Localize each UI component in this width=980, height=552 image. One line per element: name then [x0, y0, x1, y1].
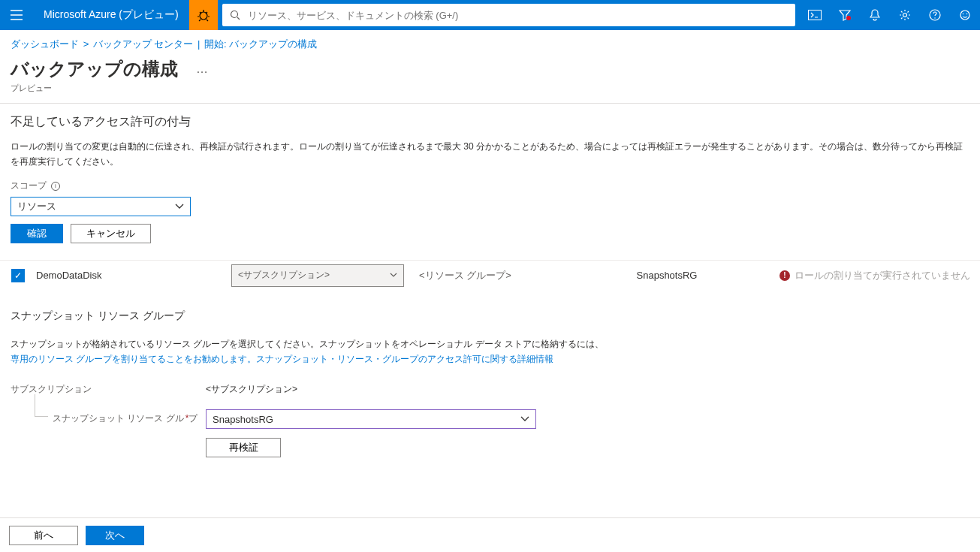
required-icon: *	[185, 413, 189, 424]
search-box[interactable]	[222, 4, 795, 26]
search-icon	[222, 10, 248, 20]
scope-label: スコープ i	[11, 179, 969, 192]
subscription-label: サブスクリプション	[11, 380, 206, 396]
subscription-row: サブスクリプション <サブスクリプション>	[11, 380, 969, 396]
page-subtitle: プレビュー	[0, 83, 980, 103]
chevron-down-icon	[520, 416, 529, 422]
snapshot-desc-link[interactable]: 専用のリソース グループを割り当てることをお勧めします。スナップショット・リソー…	[11, 354, 553, 364]
row-checkbox-cell: ✓	[0, 269, 36, 282]
topbar: Microsoft Azure (プレビュー)	[0, 0, 980, 30]
row-subscription-select[interactable]: <サブスクリプション>	[231, 264, 404, 287]
resource-table: ✓ DemoDataDisk <サブスクリプション> <リソース グループ> S…	[0, 260, 980, 290]
scope-select[interactable]: リソース	[11, 197, 191, 216]
top-icons	[800, 0, 980, 30]
snapshot-rg-label-text: スナップショット リソース グル	[53, 413, 184, 424]
row-name: DemoDataDisk	[36, 270, 231, 281]
breadcrumb-sep: >	[83, 38, 89, 50]
snapshot-section: スナップショット リソース グループ スナップショットが格納されているリソース …	[0, 290, 980, 457]
breadcrumb-backup-center[interactable]: バックアップ センター	[93, 38, 194, 50]
perm-button-row: 確認 キャンセル	[11, 224, 969, 243]
info-icon[interactable]: i	[51, 182, 60, 191]
breadcrumb-sep: |	[198, 38, 200, 50]
notifications-icon[interactable]	[860, 0, 890, 30]
filter-icon[interactable]	[830, 0, 860, 30]
snapshot-rg-field: SnapshotsRG 再検証	[206, 409, 536, 457]
row-subscription-value: <サブスクリプション>	[238, 269, 330, 282]
row-status: ! ロールの割り当てが実行されていません	[779, 269, 970, 282]
chevron-down-icon	[390, 273, 397, 278]
scope-label-text: スコープ	[11, 179, 47, 192]
permissions-heading: 不足しているアクセス許可の付与	[11, 114, 969, 130]
permissions-body: ロールの割り当ての変更は自動的に伝達され、再検証が試行されます。ロールの割り当て…	[11, 139, 969, 169]
revalidate-button[interactable]: 再検証	[206, 438, 281, 457]
tree-line-icon	[35, 394, 48, 417]
snapshot-rg-value: SnapshotsRG	[213, 414, 273, 425]
row-subscription-cell: <サブスクリプション>	[231, 264, 419, 287]
svg-point-7	[960, 11, 969, 20]
title-more-icon[interactable]: …	[196, 62, 210, 76]
scope-value: リソース	[17, 200, 56, 213]
snapshot-heading: スナップショット リソース グループ	[11, 309, 969, 323]
cloud-shell-icon[interactable]	[800, 0, 830, 30]
svg-rect-2	[809, 11, 822, 20]
snapshot-rg-label: スナップショット リソース グル*プ	[11, 409, 206, 457]
table-row: ✓ DemoDataDisk <サブスクリプション> <リソース グループ> S…	[0, 260, 980, 290]
svg-point-3	[846, 16, 851, 20]
svg-point-9	[966, 14, 968, 15]
svg-point-8	[963, 14, 964, 15]
next-button[interactable]: 次へ	[86, 526, 144, 545]
cancel-button[interactable]: キャンセル	[71, 224, 151, 243]
help-icon[interactable]	[920, 0, 950, 30]
title-row: バックアップの構成 …	[0, 56, 980, 83]
breadcrumb: ダッシュボード > バックアップ センター | 開始: バックアップの構成	[0, 30, 980, 56]
preview-bug-icon[interactable]	[189, 0, 218, 30]
footer: 前へ 次へ	[0, 517, 980, 552]
brand-label: Microsoft Azure (プレビュー)	[33, 8, 189, 22]
snapshot-rg-row: スナップショット リソース グル*プ SnapshotsRG 再検証	[11, 409, 969, 457]
feedback-icon[interactable]	[950, 0, 980, 30]
settings-icon[interactable]	[890, 0, 920, 30]
chevron-down-icon	[175, 204, 184, 210]
row-snapshot-rg: SnapshotsRG	[554, 270, 779, 281]
row-checkbox[interactable]: ✓	[11, 269, 25, 282]
svg-point-1	[231, 11, 237, 18]
svg-point-4	[903, 14, 907, 17]
row-resource-group: <リソース グループ>	[419, 269, 554, 282]
page-title: バックアップの構成	[11, 57, 178, 81]
snapshot-desc-text: スナップショットが格納されているリソース グループを選択してください。スナップシ…	[11, 339, 604, 349]
permissions-section: 不足しているアクセス許可の付与 ロールの割り当ての変更は自動的に伝達され、再検証…	[0, 104, 980, 243]
svg-point-6	[934, 17, 935, 18]
confirm-button[interactable]: 確認	[11, 224, 63, 243]
prev-button[interactable]: 前へ	[9, 526, 78, 545]
breadcrumb-configure[interactable]: 開始: バックアップの構成	[204, 38, 317, 50]
breadcrumb-dashboard[interactable]: ダッシュボード	[11, 38, 79, 50]
snapshot-description: スナップショットが格納されているリソース グループを選択してください。スナップシ…	[11, 336, 969, 366]
subscription-value: <サブスクリプション>	[206, 380, 297, 396]
row-status-text: ロールの割り当てが実行されていません	[795, 269, 970, 282]
error-icon: !	[779, 270, 790, 281]
search-input[interactable]	[248, 10, 795, 21]
menu-toggle[interactable]	[0, 0, 33, 30]
snapshot-rg-select[interactable]: SnapshotsRG	[206, 409, 536, 429]
search-wrap	[218, 4, 800, 26]
